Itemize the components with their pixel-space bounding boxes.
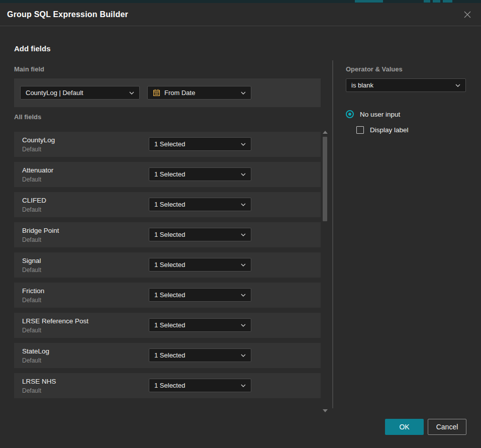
field-selection-value: 1 Selected [154,382,237,389]
all-fields-scrollbar [322,129,329,413]
field-name: LRSE Reference Post [22,317,88,325]
field-subtitle: Default [22,387,41,394]
field-name: StateLog [22,347,49,355]
field-subtitle: Default [22,297,41,304]
dialog-title: Group SQL Expression Builder [7,10,128,19]
add-fields-heading: Add fields [14,44,51,53]
chevron-down-icon [241,294,246,297]
background-app-fragment [424,0,430,3]
field-name: LRSE NHS [22,378,56,385]
field-name: Signal [22,257,41,264]
field-selection-dropdown[interactable]: 1 Selected [149,348,251,362]
field-selection-dropdown[interactable]: 1 Selected [149,258,251,272]
checkbox-unchecked-icon [356,126,364,134]
display-label-checkbox[interactable]: Display label [356,126,409,134]
field-row: Friction Default 1 Selected [14,283,321,308]
field-subtitle: Default [22,206,41,213]
field-selection-value: 1 Selected [154,321,237,329]
main-field-date-dropdown[interactable]: From Date [147,86,251,100]
operator-value: is blank [351,81,451,89]
field-name: CLIFED [22,197,46,204]
chevron-down-icon [129,92,134,95]
field-name: Friction [22,287,44,295]
field-row: CLIFED Default 1 Selected [14,192,321,217]
chevron-down-icon [241,92,246,95]
field-row: LRSE NHS Default 1 Selected [14,373,321,398]
field-row: Attenuator Default 1 Selected [14,162,321,187]
scrollbar-thumb[interactable] [323,137,327,221]
chevron-down-icon [241,143,246,146]
field-selection-value: 1 Selected [154,201,237,208]
chevron-down-icon [241,233,246,236]
field-row: Signal Default 1 Selected [14,252,321,278]
scrollbar-down-arrow-icon[interactable] [323,409,328,412]
chevron-down-icon [241,354,246,357]
close-icon [463,10,472,19]
main-field-panel: CountyLog | Default From Date [14,78,321,107]
close-button[interactable] [461,8,474,21]
field-selection-value: 1 Selected [154,261,237,268]
field-selection-value: 1 Selected [154,140,237,148]
chevron-down-icon [241,203,246,206]
scrollbar-up-arrow-icon[interactable] [323,131,328,134]
display-label-label: Display label [370,126,409,134]
field-selection-dropdown[interactable]: 1 Selected [149,228,251,241]
field-selection-value: 1 Selected [154,291,237,299]
field-selection-dropdown[interactable]: 1 Selected [149,167,251,181]
main-field-source-value: CountyLog | Default [26,89,125,97]
field-subtitle: Default [22,266,41,274]
field-subtitle: Default [22,146,41,153]
field-name: Attenuator [22,166,53,174]
field-name: Bridge Point [22,227,59,234]
background-app-fragment [443,0,452,3]
main-field-source-dropdown[interactable]: CountyLog | Default [20,86,140,100]
no-user-input-label: No user input [360,111,400,118]
field-selection-value: 1 Selected [154,351,237,359]
chevron-down-icon [241,384,246,387]
field-selection-dropdown[interactable]: 1 Selected [149,198,251,211]
field-subtitle: Default [22,236,41,243]
field-row: StateLog Default 1 Selected [14,343,321,368]
all-fields-label: All fields [14,113,41,121]
field-row: CountyLog Default 1 Selected [14,132,321,157]
dialog-header: Group SQL Expression Builder [0,3,481,26]
chevron-down-icon [241,173,246,176]
main-field-label: Main field [14,65,44,73]
field-selection-value: 1 Selected [154,231,237,238]
field-subtitle: Default [22,176,41,183]
field-selection-dropdown[interactable]: 1 Selected [149,288,251,302]
field-selection-dropdown[interactable]: 1 Selected [149,137,251,151]
field-selection-value: 1 Selected [154,170,237,178]
field-selection-dropdown[interactable]: 1 Selected [149,379,251,392]
field-row: LRSE Reference Post Default 1 Selected [14,313,321,338]
chevron-down-icon [241,263,246,266]
field-subtitle: Default [22,327,41,334]
calendar-icon [153,89,160,97]
background-app-fragment [355,0,383,3]
chevron-down-icon [455,84,460,87]
all-fields-list: CountyLog Default 1 Selected Attenuator … [14,132,321,403]
field-name: CountyLog [22,136,55,144]
operator-values-label: Operator & Values [346,65,403,73]
chevron-down-icon [241,324,246,327]
cancel-button[interactable]: Cancel [428,419,466,435]
field-selection-dropdown[interactable]: 1 Selected [149,318,251,332]
field-subtitle: Default [22,357,41,364]
field-row: Bridge Point Default 1 Selected [14,222,321,247]
radio-selected-icon [346,110,354,118]
operator-dropdown[interactable]: is blank [346,78,466,92]
no-user-input-radio[interactable]: No user input [346,110,400,118]
vertical-divider [332,60,333,408]
background-app-fragment [433,0,440,3]
ok-button[interactable]: OK [385,419,424,435]
main-field-date-value: From Date [164,89,237,97]
group-sql-expression-builder-dialog: Group SQL Expression Builder Add fields … [0,3,481,448]
